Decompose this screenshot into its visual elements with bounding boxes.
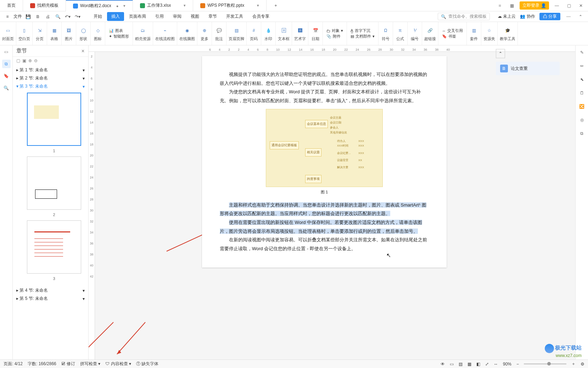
file-menu[interactable]: 文件 [13, 13, 22, 20]
grp-cover[interactable]: ▭封面页 [0, 22, 16, 45]
object-button[interactable]: 🗀 对象 ▾ [326, 28, 343, 33]
page-layout-view-icon[interactable]: ▭ [450, 362, 454, 367]
menu-pagelayout[interactable]: 页面布局 [125, 12, 150, 21]
grp-table[interactable]: ▦表格 [47, 22, 62, 45]
track-changes[interactable]: 🗹 修订 [61, 361, 75, 367]
section-item-5[interactable]: ▸ 第 5 节: 未命名▾ [13, 295, 88, 303]
grp-watermark[interactable]: 💧水印 [261, 22, 276, 45]
new-tab-button[interactable]: ＋ [267, 0, 285, 11]
tab-word-doc[interactable]: Word教程2.docx ● ▾ [66, 0, 133, 11]
smartart-button[interactable]: ✦ 智能图形 [109, 34, 129, 39]
zoom-in-button[interactable]: ＋ [571, 361, 576, 367]
sidebar-close-icon[interactable]: ✕ [81, 49, 85, 54]
minimize-button[interactable]: — [553, 1, 561, 10]
grp-hyperlink[interactable]: 🔗超链接 [422, 22, 438, 45]
outline-view-icon[interactable]: ▭ [2, 48, 11, 56]
tab-ppt-doc[interactable]: WPS PPT教程.pptx ▾ [193, 0, 267, 11]
missing-font[interactable]: Ⓣ 缺失字体 [136, 361, 158, 367]
login-button[interactable]: 立即登录 👤 [520, 1, 549, 10]
location-icon[interactable]: ◎ [578, 116, 586, 124]
page-thumb-2[interactable] [27, 156, 81, 210]
cloud-status[interactable]: ☁ 未上云 [498, 13, 516, 20]
section-menu-icon[interactable]: ▾ [83, 84, 85, 89]
document-canvas[interactable]: 642246810121416182022242628303234363840 … [89, 45, 575, 359]
section-item-3[interactable]: ▾ 第 3 节: 未命名▾ [13, 82, 88, 90]
section-item-4[interactable]: ▸ 第 4 节: 未命名▾ [13, 286, 88, 295]
grp-equation[interactable]: π公式 [393, 22, 408, 45]
grp-date[interactable]: 📅日期 [308, 22, 323, 45]
crossref-button[interactable]: ↔ 交叉引用 [442, 28, 463, 33]
document-page[interactable]: 视频提供了功能强大的方法帮助您证明您的观点。当您单击联机视频时，可以在想要添加的… [202, 56, 447, 268]
paragraph-5[interactable]: 在新的阅读视图中阅读更加容易。可以折叠文档某些部分并关注所需文本。如果在达到结尾… [220, 236, 429, 253]
bookmark-rail-icon[interactable]: 🔖 [2, 72, 11, 80]
note-icon[interactable]: 🗒 [578, 89, 586, 97]
pin-button[interactable]: ⌃ [496, 49, 505, 58]
tab-menu-icon[interactable]: ▾ [257, 3, 259, 8]
grp-shape[interactable]: ◯形状 [76, 22, 91, 45]
attachment-button[interactable]: 📎 附件 [326, 34, 343, 39]
menu-member[interactable]: 会员专享 [248, 12, 274, 21]
expand-all-icon[interactable]: ▢ [16, 58, 20, 63]
menu-references[interactable]: 引用 [151, 12, 168, 21]
remove-section-icon[interactable]: ⊖ [34, 58, 38, 63]
maximize-button[interactable]: ▢ [565, 1, 573, 10]
menu-view[interactable]: 视图 [186, 12, 203, 21]
menu-icon[interactable]: ≡ [4, 13, 11, 21]
collab-button[interactable]: 👥 协作 [520, 13, 535, 20]
menu-start[interactable]: 开始 [89, 12, 106, 21]
menu-devtools[interactable]: 开发工具 [222, 12, 247, 21]
paragraph-1[interactable]: 视频提供了功能强大的方法帮助您证明您的观点。当您单击联机视频时，可以在想要添加的… [220, 70, 429, 88]
paragraph-3-selected[interactable]: 主题和样式也有助于文档保持协调。当您单击设计并选择新的主题时，图片、图表或 Sm… [220, 201, 429, 218]
select-icon[interactable]: ⬉ [578, 75, 586, 84]
share-rail-icon[interactable]: 🔀 [578, 102, 586, 111]
grid-icon[interactable]: ▦ [508, 1, 516, 10]
add-section-icon[interactable]: ⊕ [28, 58, 32, 63]
grp-flowchart[interactable]: ⌁在线流程图 [153, 22, 177, 45]
tab-menu-icon[interactable]: ▾ [184, 3, 186, 8]
toolbox-icon[interactable]: ✎ [578, 48, 586, 57]
outline-view-btn-icon[interactable]: ▤ [459, 362, 463, 367]
menu-review[interactable]: 审阅 [169, 12, 186, 21]
section-item-1[interactable]: ▸ 第 1 节: 未命名▾ [13, 66, 88, 74]
reading-view-icon[interactable]: ◧ [476, 362, 480, 367]
fullscreen-icon[interactable]: ⤢ [485, 362, 489, 367]
grp-wordart[interactable]: 🅰艺术字 [292, 22, 308, 45]
bookmark-button[interactable]: 🔖 书签 [442, 34, 463, 39]
tab-menu-icon[interactable]: ▾ [123, 4, 125, 8]
menu-insert[interactable]: 插入 [107, 12, 124, 21]
grp-textbox[interactable]: 🄰文本框 [276, 22, 292, 45]
section-menu-icon[interactable]: ▾ [83, 68, 85, 73]
command-search[interactable]: 🔍 查找命令、搜索模板 [438, 13, 490, 20]
collapse-all-icon[interactable]: ▣ [22, 58, 26, 63]
redo-icon[interactable]: ↷▾ [74, 13, 82, 21]
grp-chart-smart[interactable]: 📊 图表 ✦ 智能图形 [105, 22, 133, 45]
pencil-icon[interactable]: ✏ [578, 62, 586, 70]
word-count[interactable]: 字数: 166/2866 [28, 361, 56, 367]
close-button[interactable]: ✕ [577, 1, 585, 10]
grp-picture[interactable]: 🖼图片 [62, 22, 76, 45]
zoom-out-button[interactable]: − [516, 362, 519, 367]
grp-daoke[interactable]: 🗂稻壳资源 [133, 22, 153, 45]
tab-excel-doc[interactable]: 工作簿3.xlsx ▾ [133, 0, 193, 11]
grp-suite[interactable]: ▥套件 [467, 22, 481, 45]
save-as-icon[interactable]: 🗎 [34, 13, 42, 21]
zoom-knob[interactable] [547, 362, 551, 366]
page-thumb-3[interactable] [27, 220, 81, 274]
settings-icon[interactable]: ⚙ [581, 362, 584, 367]
more-icon[interactable]: ⋯ [565, 13, 572, 21]
save-icon[interactable]: 💾 [24, 13, 32, 21]
figure-caption[interactable]: 图 1 [220, 188, 429, 196]
content-check[interactable]: 🛡 内容检查 ▾ [105, 361, 131, 367]
plagiarism-check-button[interactable]: 🗎 论文查重 [496, 62, 560, 75]
web-view-icon[interactable]: ▦ [467, 362, 471, 367]
zoom-slider[interactable] [524, 363, 566, 364]
translate-icon[interactable]: ⧉ [578, 129, 586, 138]
collapse-ribbon-icon[interactable]: ⌃ [577, 13, 584, 21]
menu-chapters[interactable]: 章节 [204, 12, 221, 21]
apps-icon[interactable]: ⌗ [495, 1, 504, 10]
home-tab[interactable]: 首页 [0, 0, 23, 11]
print-preview-icon[interactable]: 🔍 [54, 13, 62, 21]
section-menu-icon[interactable]: ▾ [83, 296, 85, 301]
share-button[interactable]: 凸 分享 [539, 13, 560, 20]
chart-button[interactable]: 📊 图表 [109, 28, 129, 33]
